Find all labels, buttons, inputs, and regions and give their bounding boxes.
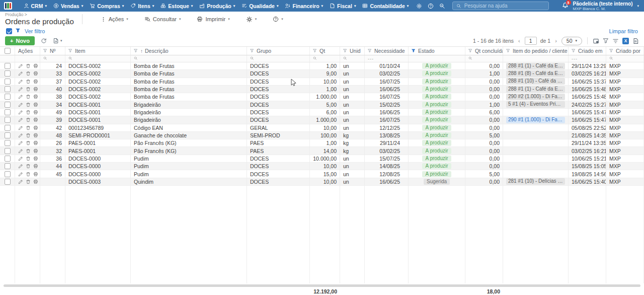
order-item-chip[interactable]: 288 #1 (1) - Café da Esq... [506, 86, 565, 93]
menu-compras[interactable]: Compras▾ [87, 0, 127, 12]
breadcrumb[interactable]: Produção > [5, 13, 74, 17]
document-export-button[interactable] [632, 38, 639, 44]
page-size-select[interactable]: 50▾ [561, 37, 582, 45]
order-item-chip[interactable]: 288 #1 (1) - Café da Esq... [506, 63, 565, 69]
column-search-unid[interactable] [340, 55, 365, 62]
column-header-qt[interactable]: Qt [310, 47, 340, 55]
column-search-descricao[interactable] [131, 55, 247, 62]
column-label[interactable]: Necessidade [374, 48, 405, 54]
table-row[interactable]: 24DOCES-0002Bomba de FrutasDOCES1,00un01… [0, 62, 644, 70]
select-all-checkbox[interactable] [5, 48, 11, 54]
row-checkbox[interactable] [5, 156, 11, 162]
user-chevron-down-icon[interactable]: ▾ [637, 4, 639, 8]
delete-icon[interactable] [26, 156, 31, 161]
column-header-acoes[interactable]: Ações [15, 47, 40, 55]
column-search-grupo[interactable] [247, 55, 310, 62]
delete-icon[interactable] [26, 79, 31, 84]
help-icon[interactable] [428, 3, 434, 9]
acoes-button[interactable]: Ações▾ [101, 16, 128, 22]
table-row[interactable]: 49DOCES-0001BrigadeirãoDOCES6,00un16/06/… [0, 109, 644, 116]
column-label[interactable]: Ações [18, 48, 33, 54]
edit-icon[interactable] [18, 125, 23, 130]
column-header-descricao[interactable]: ↑Descrição [131, 47, 247, 55]
column-label[interactable]: Estado [418, 48, 435, 54]
column-header-necessidade[interactable]: Necessidade [365, 47, 409, 55]
print-icon[interactable] [33, 94, 38, 99]
column-filter-funnel-icon[interactable] [250, 49, 255, 53]
column-header-criado_em[interactable]: Criado em [569, 47, 606, 55]
column-filter-funnel-icon[interactable] [412, 49, 416, 53]
column-label[interactable]: Grupo [257, 48, 271, 54]
notifications-button[interactable]: 5 [562, 2, 569, 10]
filter-checkbox[interactable] [6, 28, 12, 34]
filter-button[interactable] [603, 38, 609, 44]
order-item-chip[interactable]: 288 #1 (8) - Café da Esq... [506, 70, 565, 77]
row-checkbox[interactable] [5, 117, 11, 123]
page-settings-button[interactable]: ▾ [246, 16, 257, 23]
print-icon[interactable] [33, 87, 38, 92]
edit-icon[interactable] [18, 117, 23, 122]
help-search-box[interactable] [452, 2, 549, 10]
edit-icon[interactable] [18, 110, 23, 115]
table-row[interactable]: 37DOCES-0002Bomba de FrutasDOCES10,00un1… [0, 78, 644, 86]
table-row[interactable]: 26PAES-0001Pão Francês (KG)PAES1,00kg29/… [0, 139, 644, 147]
user-menu[interactable]: Pãodelícia (teste interno) MXP Bianca C.… [573, 1, 633, 11]
delete-icon[interactable] [26, 102, 31, 107]
table-row[interactable]: 36DOCES-0000PudimDOCES10.000,00un15/07/2… [0, 155, 644, 163]
column-filter-funnel-icon[interactable] [68, 49, 73, 53]
row-checkbox[interactable] [5, 140, 11, 146]
settings-gear-icon[interactable] [416, 3, 422, 9]
print-icon[interactable] [33, 164, 38, 169]
row-checkbox[interactable] [5, 163, 11, 169]
export-button[interactable]: ▾ [53, 38, 62, 44]
column-label[interactable]: Criado em [578, 48, 602, 54]
consultar-button[interactable]: Consultar▾ [144, 16, 181, 22]
delete-icon[interactable] [26, 117, 31, 122]
print-icon[interactable] [33, 71, 38, 76]
column-search-criado_por[interactable] [606, 55, 644, 62]
column-label[interactable]: Qt [319, 48, 325, 54]
column-label[interactable]: Nº [50, 48, 55, 54]
column-label[interactable]: Unid [350, 48, 361, 54]
order-item-chip[interactable]: 290 #2 (1.000) - Di Fami... [506, 94, 565, 100]
row-checkbox[interactable] [5, 132, 11, 138]
delete-icon[interactable] [26, 71, 31, 76]
edit-icon[interactable] [18, 172, 23, 177]
app-logo[interactable] [4, 2, 12, 10]
print-icon[interactable] [33, 63, 38, 68]
column-filter-funnel-icon[interactable] [134, 49, 138, 53]
print-icon[interactable] [33, 156, 38, 161]
delete-icon[interactable] [26, 110, 31, 115]
menu-contabilidade[interactable]: Contabilidade▾ [359, 0, 412, 12]
column-search-n[interactable] [40, 55, 65, 62]
edit-icon[interactable] [18, 164, 23, 169]
order-item-chip[interactable]: 288 #1 (10) - Café da Es... [506, 78, 565, 85]
column-header-estado[interactable]: Estado [409, 47, 465, 55]
table-row[interactable]: 34DOCES-0001BrigadeirãoDOCES5,00un15/02/… [0, 101, 644, 109]
limpar-filtro-link[interactable]: Limpar filtro [609, 28, 638, 34]
edit-icon[interactable] [18, 149, 23, 154]
sort-filter-button[interactable] [612, 38, 619, 44]
edit-icon[interactable] [18, 87, 23, 92]
column-search-item[interactable] [65, 55, 131, 62]
row-checkbox[interactable] [5, 70, 11, 77]
menu-qualidade[interactable]: Qualidade▾ [238, 0, 282, 12]
table-row[interactable]: 33DOCES-0002Bomba de FrutasDOCES9,00un03… [0, 70, 644, 78]
menu-estoque[interactable]: Estoque▾ [157, 0, 196, 12]
order-item-chip[interactable]: 5 #1 (4) - Eventos Prime ... [506, 101, 565, 108]
edit-icon[interactable] [18, 133, 23, 138]
edit-icon[interactable] [18, 102, 23, 107]
column-search-qt[interactable] [310, 55, 340, 62]
edit-icon[interactable] [18, 179, 23, 184]
horizontal-scrollbar[interactable] [4, 284, 640, 287]
print-icon[interactable] [33, 117, 38, 122]
column-header-n[interactable]: Nº [40, 47, 65, 55]
print-icon[interactable] [33, 79, 38, 84]
row-checkbox[interactable] [5, 171, 11, 177]
column-header-grupo[interactable]: Grupo [247, 47, 310, 55]
row-checkbox[interactable] [5, 86, 11, 92]
column-filter-funnel-icon[interactable] [609, 49, 614, 53]
column-label[interactable]: Item do pedido / cliente [513, 48, 568, 54]
column-header-criado_por[interactable]: Criado por [606, 47, 644, 55]
imprimir-button[interactable]: Imprimir▾ [197, 16, 229, 22]
